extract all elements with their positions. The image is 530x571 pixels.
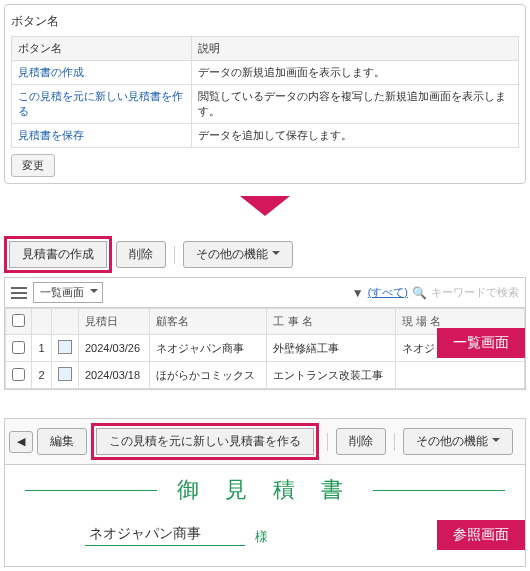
cell-work: エントランス改装工事 (267, 362, 396, 389)
title-line (373, 490, 505, 491)
row-num: 1 (32, 335, 52, 362)
config-row: この見積を元に新しい見積書を作る 閲覧しているデータの内容を複写した新規追加画面… (12, 85, 519, 124)
create-estimate-button[interactable]: 見積書の作成 (9, 241, 107, 268)
detail-icon[interactable] (58, 340, 72, 354)
cell-site (396, 362, 525, 389)
icon-header (52, 309, 79, 335)
config-desc: 閲覧しているデータの内容を複写した新規追加画面を表示します。 (192, 85, 519, 124)
col-date[interactable]: 見積日 (79, 309, 150, 335)
row-num: 2 (32, 362, 52, 389)
list-view-label: 一覧画面 (437, 328, 525, 358)
other-functions-button[interactable]: その他の機能 (403, 428, 513, 455)
checkbox-header (6, 309, 32, 335)
delete-button[interactable]: 削除 (116, 241, 166, 268)
config-row: 見積書の作成 データの新規追加画面を表示します。 (12, 61, 519, 85)
reference-view: ◀ 編集 この見積を元に新しい見積書を作る 削除 その他の機能 御 見 積 書 … (4, 418, 526, 567)
filter-icon[interactable]: ▼ (352, 286, 364, 300)
config-row: 見積書を保存 データを追加して保存します。 (12, 124, 519, 148)
quote-body: 御 見 積 書 ネオジャパン商事 様 (5, 465, 525, 566)
button-config-panel: ボタン名 ボタン名 説明 見積書の作成 データの新規追加画面を表示します。 この… (4, 4, 526, 184)
config-name[interactable]: 見積書を保存 (12, 124, 192, 148)
other-functions-button[interactable]: その他の機能 (183, 241, 293, 268)
client-name: ネオジャパン商事 (85, 523, 245, 546)
config-name[interactable]: 見積書の作成 (12, 61, 192, 85)
view-select[interactable]: 一覧画面 (33, 282, 103, 303)
col-name-header: ボタン名 (12, 37, 192, 61)
col-customer[interactable]: 顧客名 (150, 309, 267, 335)
row-check[interactable] (12, 341, 25, 354)
cell-date: 2024/03/18 (79, 362, 150, 389)
ref-toolbar: ◀ 編集 この見積を元に新しい見積書を作る 削除 その他の機能 (5, 419, 525, 465)
divider (174, 246, 175, 264)
menu-icon[interactable] (11, 287, 27, 299)
search-placeholder[interactable]: キーワードで検索 (431, 285, 519, 300)
table-row[interactable]: 2 2024/03/18 ほがらかコミックス エントランス改装工事 (6, 362, 525, 389)
back-button[interactable]: ◀ (9, 431, 33, 453)
copy-estimate-button[interactable]: この見積を元に新しい見積書を作る (96, 428, 314, 455)
grid-header-bar: 一覧画面 ▼ (すべて) 🔍 キーワードで検索 (5, 278, 525, 308)
reference-view-label: 参照画面 (437, 520, 525, 550)
check-all[interactable] (12, 314, 25, 327)
list-grid: 一覧画面 ▼ (すべて) 🔍 キーワードで検索 見積日 顧客名 工 事 名 現 … (4, 277, 526, 390)
row-check[interactable] (12, 368, 25, 381)
title-line (25, 490, 157, 491)
cell-customer: ほがらかコミックス (150, 362, 267, 389)
col-desc-header: 説明 (192, 37, 519, 61)
client-suffix: 様 (255, 528, 268, 546)
edit-button[interactable]: 編集 (37, 428, 87, 455)
change-button[interactable]: 変更 (11, 154, 55, 177)
config-name[interactable]: この見積を元に新しい見積書を作る (12, 85, 192, 124)
svg-marker-0 (240, 196, 290, 216)
quote-title: 御 見 積 書 (157, 475, 373, 505)
create-highlight: 見積書の作成 (4, 236, 112, 273)
col-work[interactable]: 工 事 名 (267, 309, 396, 335)
config-desc: データを追加して保存します。 (192, 124, 519, 148)
panel-title: ボタン名 (11, 11, 519, 36)
cell-work: 外壁修繕工事 (267, 335, 396, 362)
copy-highlight: この見積を元に新しい見積書を作る (91, 423, 319, 460)
cell-customer: ネオジャパン商事 (150, 335, 267, 362)
divider (327, 433, 328, 451)
filter-all-link[interactable]: (すべて) (368, 285, 408, 300)
detail-icon[interactable] (58, 367, 72, 381)
list-toolbar: 見積書の作成 削除 その他の機能 (4, 236, 526, 273)
num-header (32, 309, 52, 335)
search-icon[interactable]: 🔍 (412, 286, 427, 300)
cell-date: 2024/03/26 (79, 335, 150, 362)
delete-button[interactable]: 削除 (336, 428, 386, 455)
down-arrow-icon (240, 196, 290, 216)
config-desc: データの新規追加画面を表示します。 (192, 61, 519, 85)
divider (394, 433, 395, 451)
config-table: ボタン名 説明 見積書の作成 データの新規追加画面を表示します。 この見積を元に… (11, 36, 519, 148)
